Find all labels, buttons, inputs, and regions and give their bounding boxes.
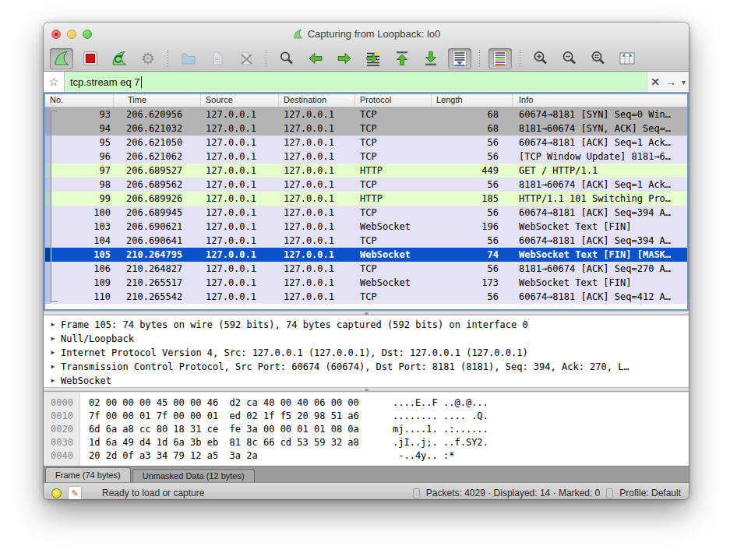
cell-destination: 127.0.0.1: [279, 276, 355, 290]
cell-destination: 127.0.0.1: [279, 206, 355, 220]
start-capture-fin-icon: [53, 50, 70, 67]
column-header-no[interactable]: No.: [45, 94, 114, 107]
column-header-source[interactable]: Source: [201, 94, 279, 107]
column-header-length[interactable]: Length: [432, 94, 513, 107]
stop-capture-button[interactable]: [79, 48, 102, 69]
column-header-destination[interactable]: Destination: [279, 94, 355, 107]
hex-row[interactable]: 0020 6d 6a a8 cc 80 18 31 ce fe 3a 00 00…: [44, 423, 689, 436]
expander-triangle-icon[interactable]: ▶: [48, 374, 58, 387]
status-bar: ✎ Ready to load or capture Packets: 4029…: [44, 482, 689, 499]
cell-protocol: TCP: [355, 206, 432, 220]
column-header-info[interactable]: Info: [513, 94, 687, 107]
cell-no: 104: [58, 234, 114, 248]
cell-destination: 127.0.0.1: [279, 192, 355, 206]
cell-time: 206.621050: [114, 136, 201, 150]
packet-bytes-pane: 0000 02 00 00 00 45 00 00 46 d2 ca 40 00…: [44, 392, 689, 466]
packet-row[interactable]: 94 206.621032 127.0.0.1 127.0.0.1 TCP 68…: [45, 122, 687, 136]
packet-row[interactable]: 100 206.689945 127.0.0.1 127.0.0.1 TCP 5…: [45, 206, 687, 220]
packet-row[interactable]: 95 206.621050 127.0.0.1 127.0.0.1 TCP 56…: [45, 136, 687, 150]
open-file-button[interactable]: [177, 48, 200, 69]
resize-columns-icon: [619, 50, 636, 67]
detail-row[interactable]: ▶ Null/Loopback: [44, 332, 689, 346]
byte-view-tab[interactable]: Unmasked Data (12 bytes): [132, 469, 255, 482]
detail-row[interactable]: ▶ WebSocket: [44, 374, 689, 387]
detail-row[interactable]: ▶ Frame 105: 74 bytes on wire (592 bits)…: [44, 318, 689, 332]
colorize-button[interactable]: [488, 48, 512, 69]
cell-protocol: HTTP: [355, 192, 432, 206]
zoom-in-icon: [532, 50, 549, 67]
cell-length: 173: [432, 276, 513, 290]
find-packet-button[interactable]: [275, 48, 298, 69]
packet-row[interactable]: 99 206.689926 127.0.0.1 127.0.0.1 HTTP 1…: [45, 192, 687, 206]
column-header-protocol[interactable]: Protocol: [355, 94, 432, 107]
hex-row[interactable]: 0040 20 2d 0f a3 34 79 12 a5 3a 2a -..4y…: [44, 449, 689, 463]
filter-bookmark-button[interactable]: ☆: [44, 72, 65, 92]
restart-capture-button[interactable]: [108, 48, 131, 69]
packet-row[interactable]: 93 206.620956 127.0.0.1 127.0.0.1 TCP 68…: [45, 107, 687, 122]
resize-columns-button[interactable]: [615, 48, 639, 69]
go-to-packet-button[interactable]: [361, 48, 385, 69]
packet-row[interactable]: 104 206.690641 127.0.0.1 127.0.0.1 TCP 5…: [45, 234, 687, 248]
zoom-in-button[interactable]: [529, 48, 552, 69]
packet-row[interactable]: 109 210.265517 127.0.0.1 127.0.0.1 WebSo…: [45, 276, 687, 290]
hex-row[interactable]: 0030 1d 6a 49 d4 1d 6a 3b eb 81 8c 66 cd…: [44, 436, 689, 449]
titlebar[interactable]: Capturing from Loopback: lo0: [44, 23, 689, 46]
profile-selector[interactable]: Profile: Default: [619, 488, 681, 498]
expander-triangle-icon[interactable]: ▶: [48, 346, 58, 360]
expert-info-indicator[interactable]: [51, 488, 62, 498]
filter-history-dropdown[interactable]: ▾: [682, 78, 686, 86]
cell-length: 68: [432, 122, 513, 136]
packet-row[interactable]: 106 210.264827 127.0.0.1 127.0.0.1 TCP 5…: [45, 262, 687, 276]
hex-offset: 0030: [44, 436, 79, 449]
hex-row[interactable]: 0000 02 00 00 00 45 00 00 46 d2 ca 40 00…: [44, 396, 689, 410]
byte-view-tab[interactable]: Frame (74 bytes): [45, 467, 131, 482]
statusbar-grip: [606, 488, 613, 498]
clear-filter-button[interactable]: ✕: [651, 76, 660, 87]
packet-row[interactable]: 98 206.689562 127.0.0.1 127.0.0.1 TCP 56…: [45, 178, 687, 192]
column-header-time[interactable]: Time: [114, 94, 201, 107]
first-packet-button[interactable]: [390, 48, 414, 69]
apply-filter-button[interactable]: →: [665, 76, 676, 87]
expander-triangle-icon[interactable]: ▶: [48, 332, 58, 346]
cell-protocol: TCP: [355, 290, 432, 304]
packet-row[interactable]: 105 210.264795 127.0.0.1 127.0.0.1 WebSo…: [45, 248, 687, 262]
expander-triangle-icon[interactable]: ▶: [48, 360, 58, 374]
cell-source: 127.0.0.1: [201, 206, 279, 220]
detail-text: WebSocket: [61, 374, 111, 387]
toolbar-separator: [168, 50, 169, 67]
packet-row[interactable]: 103 206.690621 127.0.0.1 127.0.0.1 WebSo…: [45, 220, 687, 234]
next-packet-button[interactable]: [333, 48, 356, 69]
expander-triangle-icon[interactable]: ▶: [48, 318, 58, 332]
cell-info: 60674→8181 [ACK] Seq=394 A…: [513, 206, 687, 220]
cell-source: 127.0.0.1: [201, 136, 279, 150]
start-capture-button[interactable]: [50, 48, 73, 69]
auto-scroll-icon: [451, 50, 468, 67]
save-file-button[interactable]: [206, 48, 229, 69]
detail-row[interactable]: ▶ Internet Protocol Version 4, Src: 127.…: [44, 346, 689, 360]
auto-scroll-button[interactable]: [448, 48, 471, 69]
capture-options-button[interactable]: ⚙: [136, 48, 160, 69]
restart-capture-fin-icon: [111, 50, 128, 67]
cell-destination: 127.0.0.1: [279, 290, 355, 304]
zoom-original-button[interactable]: [587, 48, 610, 69]
display-filter-input[interactable]: tcp.stream eq 7: [65, 72, 647, 92]
capture-comment-button[interactable]: ✎: [68, 486, 82, 499]
cell-no: 96: [58, 150, 114, 164]
packet-row[interactable]: 110 210.265542 127.0.0.1 127.0.0.1 TCP 5…: [45, 290, 687, 304]
cell-info: 60674→8181 [SYN] Seq=0 Win…: [513, 107, 687, 122]
cell-info: 8181→60674 [ACK] Seq=270 A…: [513, 262, 687, 276]
hex-ascii: ........ .... .Q.: [393, 410, 488, 423]
detail-row[interactable]: ▶ Transmission Control Protocol, Src Por…: [44, 360, 689, 374]
packet-row[interactable]: 97 206.689527 127.0.0.1 127.0.0.1 HTTP 4…: [45, 164, 687, 178]
close-file-button[interactable]: [235, 48, 258, 69]
zoom-out-button[interactable]: [558, 48, 581, 69]
cell-protocol: TCP: [355, 136, 432, 150]
packet-row[interactable]: 96 206.621062 127.0.0.1 127.0.0.1 TCP 56…: [45, 150, 687, 164]
cell-protocol: TCP: [355, 178, 432, 192]
previous-packet-button[interactable]: [304, 48, 327, 69]
last-packet-button[interactable]: [419, 48, 443, 69]
cell-length: 185: [432, 192, 513, 206]
cell-info: 60674→8181 [ACK] Seq=1 Ack…: [513, 136, 687, 150]
hex-row[interactable]: 0010 7f 00 00 01 7f 00 00 01 ed 02 1f f5…: [44, 410, 689, 423]
hex-ascii: .jI..j;. ..f.SY2.: [393, 436, 488, 449]
